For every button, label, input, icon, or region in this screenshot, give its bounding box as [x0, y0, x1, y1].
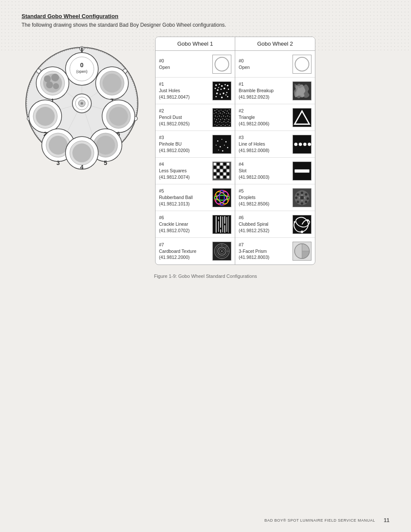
- svg-rect-171: [213, 215, 231, 233]
- gobo-image-crackle: [212, 215, 231, 234]
- svg-point-199: [308, 143, 311, 146]
- gobo-image-triangle: [293, 108, 311, 127]
- svg-point-122: [217, 125, 218, 126]
- svg-point-64: [227, 84, 228, 86]
- gobo-num: #4: [239, 161, 293, 168]
- svg-point-101: [223, 115, 224, 116]
- gobo-image-open: [212, 55, 231, 74]
- svg-point-211: [295, 196, 298, 199]
- svg-rect-129: [213, 135, 231, 153]
- gobo-info: #7 3-Facet Prism (41.9812.8003): [239, 242, 293, 261]
- svg-rect-160: [214, 176, 216, 178]
- gobo-info: #2 Pencil Dust (41.9812.0925): [159, 108, 212, 127]
- gobo-row: #3 Pinhole BU (41.9812.0200): [156, 131, 235, 158]
- gobo-num: #7: [239, 242, 293, 248]
- svg-point-68: [224, 87, 225, 89]
- wheel-2-header: Gobo Wheel 2: [235, 37, 315, 51]
- svg-point-191: [295, 57, 309, 71]
- svg-point-80: [215, 110, 215, 111]
- svg-point-98: [217, 116, 218, 117]
- svg-point-76: [227, 96, 228, 97]
- svg-rect-163: [224, 176, 226, 178]
- svg-point-24: [44, 75, 51, 82]
- svg-point-35: [36, 107, 55, 126]
- svg-point-207: [307, 197, 309, 200]
- svg-point-97: [215, 115, 216, 116]
- gobo-num: #7: [159, 242, 212, 248]
- svg-rect-147: [220, 166, 223, 168]
- svg-point-83: [221, 110, 221, 111]
- svg-point-198: [303, 143, 307, 146]
- gobo-part: (41.9812.0200): [159, 147, 212, 154]
- svg-point-89: [216, 112, 217, 113]
- svg-point-126: [225, 125, 226, 126]
- gobo-row: #0 Open: [156, 51, 235, 78]
- gobo-row: #5 Rubberband Ball (41.9812.1013): [156, 184, 235, 211]
- svg-point-216: [301, 199, 303, 201]
- svg-point-60: [215, 84, 217, 86]
- wheel-svg: 0 (open) 1 7: [22, 37, 142, 170]
- gobo-info: #6 Clubbed Spiral (41.9812.2532): [239, 215, 293, 233]
- svg-rect-179: [218, 219, 219, 221]
- svg-point-47: [96, 136, 115, 155]
- svg-rect-156: [217, 172, 220, 175]
- page-footer: BAD BOY® SPOT LUMINAIRE FIELD SERVICE MA…: [0, 517, 411, 523]
- gobo-row: #6 Crackle Linear (41.9812.0702): [156, 211, 235, 238]
- svg-point-112: [228, 119, 229, 120]
- svg-rect-150: [214, 169, 216, 172]
- gobo-row: #4 Slot (41.9812.0003): [235, 158, 315, 184]
- svg-point-136: [227, 147, 228, 148]
- svg-point-51: [72, 143, 91, 162]
- gobo-part: (41.9812.0003): [239, 174, 293, 180]
- svg-text:(open): (open): [76, 69, 87, 74]
- svg-point-138: [222, 150, 223, 151]
- svg-point-132: [225, 141, 227, 142]
- gobo-row: #4 Less Squares (41.9812.0074): [156, 158, 235, 184]
- gobo-info: #0 Open: [159, 58, 212, 70]
- svg-rect-161: [217, 176, 220, 178]
- gobo-name: Cardboard Texture: [159, 248, 212, 255]
- svg-point-78: [225, 94, 227, 96]
- svg-point-208: [305, 200, 308, 203]
- gobo-num: #5: [239, 188, 293, 194]
- gobo-tables: Gobo Wheel 1 #0 Open #1 Just: [155, 37, 315, 265]
- svg-point-84: [223, 111, 224, 112]
- gobo-info: #1 Bramble Breakup (41.9812.0923): [239, 81, 293, 100]
- gobo-name: Just Holes: [159, 87, 212, 94]
- svg-point-109: [222, 118, 223, 119]
- svg-point-121: [215, 124, 215, 125]
- svg-rect-153: [224, 169, 226, 172]
- svg-point-102: [225, 116, 226, 117]
- footer-page-number: 11: [384, 517, 389, 523]
- svg-point-205: [301, 191, 303, 194]
- svg-rect-151: [217, 169, 220, 172]
- gobo-num: #1: [239, 81, 293, 87]
- svg-point-74: [215, 96, 217, 97]
- svg-rect-155: [214, 172, 216, 175]
- svg-point-95: [228, 112, 229, 113]
- gobo-name: Line of Holes: [239, 141, 293, 147]
- svg-point-69: [228, 88, 229, 90]
- gobo-row: #7 Cardboard Texture (41.9812.2000): [156, 238, 235, 264]
- gobo-image-squares: [212, 162, 231, 180]
- svg-point-61: [219, 84, 220, 85]
- svg-point-214: [304, 197, 305, 199]
- svg-rect-159: [227, 172, 229, 175]
- gobo-info: #7 Cardboard Texture (41.9812.2000): [159, 242, 212, 261]
- svg-point-107: [218, 118, 219, 119]
- svg-point-125: [223, 124, 224, 125]
- gobo-info: #4 Less Squares (41.9812.0074): [159, 161, 212, 180]
- gobo-name: Pencil Dust: [159, 114, 212, 121]
- gobo-name: Pinhole BU: [159, 141, 212, 147]
- gobo-wheel-1-column: Gobo Wheel 1 #0 Open #1 Just: [156, 37, 235, 264]
- gobo-name: 3-Facet Prism: [239, 248, 293, 255]
- gobo-part: (41.9812.0006): [239, 121, 293, 127]
- svg-rect-149: [227, 166, 229, 168]
- gobo-part: (41.9812.8003): [239, 254, 293, 261]
- gobo-row: #2 Pencil Dust (41.9812.0925): [156, 104, 235, 131]
- gobo-info: #4 Slot (41.9812.0003): [239, 161, 293, 180]
- gobo-part: (41.9812.2000): [159, 254, 212, 261]
- gobo-num: #1: [159, 81, 212, 87]
- section-title: Standard Gobo Wheel Configuration: [22, 13, 389, 19]
- gobo-image-rubberband: [212, 188, 231, 207]
